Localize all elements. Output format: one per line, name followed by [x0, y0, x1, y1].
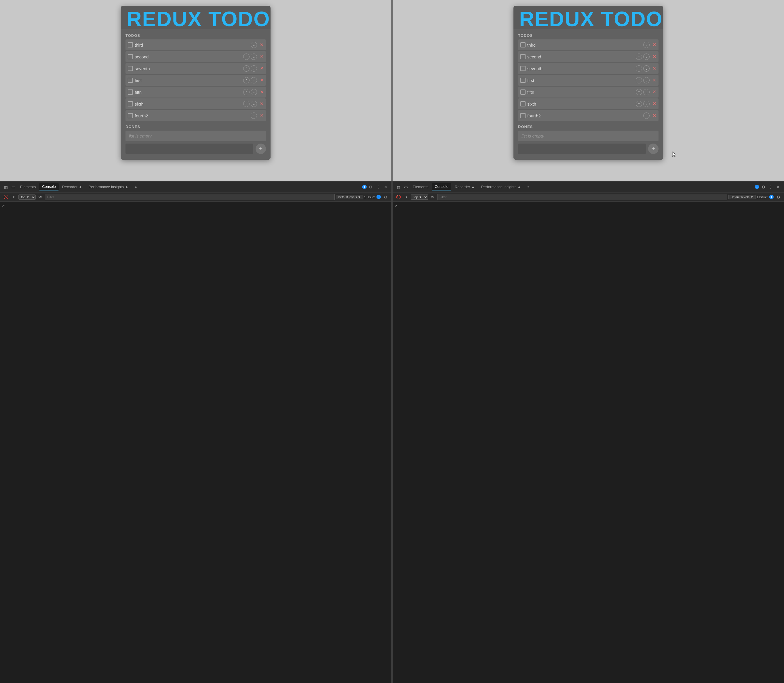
table-row: third ⌄ ✕: [518, 39, 659, 50]
delete-button[interactable]: ✕: [260, 55, 263, 59]
right-tab-more[interactable]: »: [524, 184, 532, 190]
todo-controls: ⌃ ⌄: [636, 77, 650, 83]
right-add-input[interactable]: [518, 144, 646, 154]
devtools-close-icon[interactable]: ✕: [382, 184, 389, 191]
move-down-button[interactable]: ⌄: [251, 65, 257, 72]
todo-checkbox[interactable]: [128, 78, 133, 83]
move-down-button[interactable]: ⌄: [643, 42, 650, 48]
right-console-settings-icon[interactable]: ⚙: [775, 194, 782, 200]
todo-checkbox[interactable]: [128, 42, 133, 48]
todo-text: third: [135, 43, 249, 48]
right-devtools-badge: 1: [755, 185, 759, 189]
delete-button[interactable]: ✕: [652, 66, 656, 71]
devtools-more-icon[interactable]: ⋮: [375, 184, 382, 191]
todo-checkbox[interactable]: [128, 54, 133, 59]
left-add-button[interactable]: +: [255, 144, 266, 154]
left-console-prompt: >: [2, 204, 5, 208]
todo-checkbox[interactable]: [128, 66, 133, 71]
move-down-button[interactable]: ⌄: [643, 89, 650, 95]
right-devtools-inspect-icon[interactable]: ▦: [395, 184, 402, 191]
move-up-button[interactable]: ⌃: [636, 101, 642, 107]
move-down-button[interactable]: ⌄: [251, 101, 257, 107]
move-up-button[interactable]: ⌃: [243, 101, 249, 107]
tab-elements[interactable]: Elements: [17, 184, 39, 190]
left-console-filter-icon[interactable]: ⚬: [10, 194, 17, 200]
delete-button[interactable]: ✕: [260, 43, 263, 47]
tab-console[interactable]: Console: [39, 183, 59, 191]
todo-checkbox[interactable]: [128, 90, 133, 95]
move-up-button[interactable]: ⌃: [243, 77, 249, 83]
delete-button[interactable]: ✕: [652, 43, 656, 47]
move-down-button[interactable]: ⌄: [251, 89, 257, 95]
move-down-button[interactable]: ⌄: [643, 101, 650, 107]
tab-performance[interactable]: Performance insights ▲: [86, 184, 132, 190]
delete-button[interactable]: ✕: [260, 78, 263, 83]
right-tab-elements[interactable]: Elements: [410, 184, 431, 190]
left-console-levels-button[interactable]: Default levels ▼: [336, 195, 363, 199]
left-issue-badge: 1 Issue: 1: [364, 195, 381, 199]
table-row: fourth2 ⌃ ✕: [518, 110, 659, 121]
left-console-clear-icon[interactable]: 🚫: [2, 194, 9, 200]
move-up-button[interactable]: ⌃: [243, 89, 249, 95]
delete-button[interactable]: ✕: [260, 113, 263, 118]
delete-button[interactable]: ✕: [652, 78, 656, 83]
delete-button[interactable]: ✕: [260, 101, 263, 106]
right-console-filter-input[interactable]: [437, 194, 727, 200]
todo-checkbox[interactable]: [521, 66, 525, 71]
todo-checkbox[interactable]: [521, 78, 525, 83]
right-console-clear-icon[interactable]: 🚫: [395, 194, 402, 200]
todo-text: seventh: [527, 66, 634, 71]
delete-button[interactable]: ✕: [652, 90, 656, 95]
todo-checkbox[interactable]: [521, 113, 525, 118]
tab-more[interactable]: »: [132, 184, 140, 190]
move-up-button[interactable]: ⌃: [636, 89, 642, 95]
move-down-button[interactable]: ⌄: [251, 77, 257, 83]
move-down-button[interactable]: ⌄: [643, 65, 650, 72]
delete-button[interactable]: ✕: [260, 66, 263, 71]
move-down-button[interactable]: ⌄: [251, 42, 257, 48]
todo-checkbox[interactable]: [521, 101, 525, 106]
devtools-gear-icon[interactable]: ⚙: [367, 184, 374, 191]
left-console-top-select[interactable]: top ▼: [18, 194, 36, 200]
move-up-button[interactable]: ⌃: [643, 112, 650, 119]
delete-button[interactable]: ✕: [652, 55, 656, 59]
tab-recorder[interactable]: Recorder ▲: [59, 184, 85, 190]
devtools-inspect-icon[interactable]: ▦: [2, 184, 9, 191]
delete-button[interactable]: ✕: [652, 101, 656, 106]
todo-checkbox[interactable]: [521, 54, 525, 59]
right-console-eye-icon[interactable]: 👁: [429, 194, 436, 200]
right-tab-console[interactable]: Console: [432, 183, 451, 191]
left-console-eye-icon[interactable]: 👁: [37, 194, 44, 200]
right-console-levels-button[interactable]: Default levels ▼: [728, 195, 755, 199]
right-panel: REDUX TODO TODOS third ⌄ ✕: [393, 0, 784, 181]
todo-text: fifth: [527, 90, 634, 95]
right-devtools-gear-icon[interactable]: ⚙: [760, 184, 767, 191]
delete-button[interactable]: ✕: [652, 113, 656, 118]
right-console-top-select[interactable]: top ▼: [411, 194, 428, 200]
move-up-button[interactable]: ⌃: [251, 112, 257, 119]
move-up-button[interactable]: ⌃: [243, 53, 249, 60]
right-devtools-device-icon[interactable]: ▭: [402, 184, 409, 191]
right-devtools-close-icon[interactable]: ✕: [775, 184, 782, 191]
todo-checkbox[interactable]: [128, 113, 133, 118]
right-tab-performance[interactable]: Performance insights ▲: [478, 184, 524, 190]
left-console-settings-icon[interactable]: ⚙: [382, 194, 389, 200]
move-up-button[interactable]: ⌃: [636, 65, 642, 72]
right-add-button[interactable]: +: [648, 144, 659, 154]
todo-checkbox[interactable]: [128, 101, 133, 106]
move-up-button[interactable]: ⌃: [636, 77, 642, 83]
move-up-button[interactable]: ⌃: [636, 53, 642, 60]
move-down-button[interactable]: ⌄: [643, 77, 650, 83]
right-console-filter-icon[interactable]: ⚬: [403, 194, 410, 200]
move-down-button[interactable]: ⌄: [251, 53, 257, 60]
move-up-button[interactable]: ⌃: [243, 65, 249, 72]
left-console-filter-input[interactable]: [45, 194, 335, 200]
left-add-input[interactable]: [125, 144, 253, 154]
devtools-device-icon[interactable]: ▭: [10, 184, 17, 191]
right-tab-recorder[interactable]: Recorder ▲: [452, 184, 478, 190]
move-down-button[interactable]: ⌄: [643, 53, 650, 60]
todo-checkbox[interactable]: [521, 42, 525, 48]
todo-checkbox[interactable]: [521, 90, 525, 95]
delete-button[interactable]: ✕: [260, 90, 263, 95]
right-devtools-more-icon[interactable]: ⋮: [767, 184, 774, 191]
